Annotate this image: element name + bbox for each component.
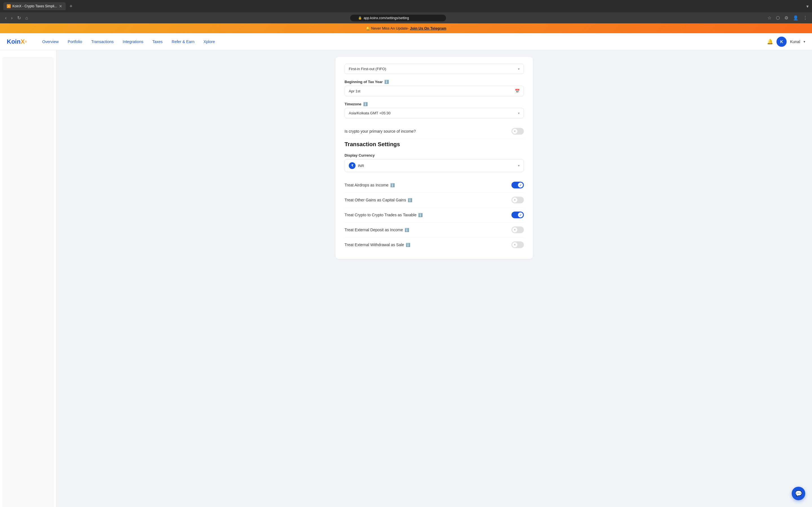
timezone-select[interactable]: Asia/Kolkata GMT +05:30 ▾ — [345, 108, 524, 118]
browser-expand-button[interactable]: ▾ — [806, 4, 809, 9]
banner-text: 🔔 Never Miss An Update- — [366, 26, 409, 31]
user-dropdown-arrow[interactable]: ▾ — [804, 40, 805, 44]
home-button[interactable]: ⌂ — [24, 14, 30, 22]
tax-year-field[interactable]: Apr 1st 📅 — [345, 86, 524, 96]
content-area: First-in First-out (FIFO) ▾ Beginning of… — [56, 50, 812, 507]
other-gains-toggle-thumb — [512, 198, 517, 203]
logo[interactable]: KoinX® — [7, 38, 27, 45]
back-button[interactable]: ‹ — [3, 14, 8, 22]
other-gains-label: Treat Other Gains as Capital Gains ℹ️ — [345, 198, 412, 202]
nav-xplore[interactable]: Xplore — [200, 37, 219, 46]
settings-button-browser[interactable]: ⚙ — [783, 14, 790, 22]
cost-basis-form-group: First-in First-out (FIFO) ▾ — [345, 64, 524, 74]
external-deposit-toggle-row: Treat External Deposit as Income ℹ️ — [345, 223, 524, 237]
external-withdrawal-toggle[interactable] — [511, 241, 524, 248]
new-tab-button[interactable]: + — [68, 3, 74, 9]
bell-icon[interactable]: 🔔 — [767, 39, 773, 45]
sidebar-placeholder — [2, 57, 54, 507]
extensions-button[interactable]: ⬡ — [775, 14, 781, 22]
timezone-info-icon[interactable]: ℹ️ — [363, 102, 368, 106]
tax-year-info-icon[interactable]: ℹ️ — [384, 80, 389, 84]
browser-tab[interactable]: X KoinX - Crypto Taxes Simpli... ✕ — [3, 2, 66, 10]
display-currency-label: Display Currency — [345, 153, 524, 158]
bookmark-button[interactable]: ☆ — [766, 14, 772, 22]
chat-icon: 💬 — [795, 490, 802, 497]
crypto-trades-toggle-row: Treat Crypto to Crypto Trades as Taxable… — [345, 208, 524, 223]
avatar[interactable]: K — [776, 37, 786, 47]
profile-button[interactable]: 👤 — [792, 14, 800, 22]
external-withdrawal-label: Treat External Withdrawal as Sale ℹ️ — [345, 242, 410, 247]
address-bar: ‹ › ↻ ⌂ 🔒 app.koinx.com/settings/setting… — [0, 12, 812, 23]
nav-refer-earn[interactable]: Refer & Earn — [168, 37, 199, 46]
primary-income-label: Is crypto your primary source of income? — [345, 129, 416, 133]
browser-actions: ☆ ⬡ ⚙ 👤 ⋮ — [766, 14, 809, 22]
address-field[interactable]: 🔒 app.koinx.com/settings/setting — [350, 15, 446, 21]
timezone-chevron: ▾ — [518, 111, 520, 115]
tab-favicon: X — [7, 4, 11, 8]
external-deposit-info-icon[interactable]: ℹ️ — [405, 228, 409, 232]
other-gains-toggle[interactable] — [511, 196, 524, 203]
tab-close-button[interactable]: ✕ — [59, 4, 62, 8]
airdrops-toggle-thumb — [518, 182, 523, 187]
crypto-trades-toggle[interactable] — [511, 212, 524, 218]
currency-option: ₹ INR — [349, 162, 364, 169]
nav-integrations[interactable]: Integrations — [119, 37, 147, 46]
toggle-thumb — [512, 129, 517, 134]
external-deposit-label: Treat External Deposit as Income ℹ️ — [345, 228, 409, 232]
address-input-wrapper: 🔒 app.koinx.com/settings/setting — [32, 15, 764, 21]
nav-buttons: ‹ › ↻ ⌂ — [3, 14, 30, 22]
display-currency-form-group: Display Currency ₹ INR ▾ — [345, 153, 524, 172]
other-gains-toggle-row: Treat Other Gains as Capital Gains ℹ️ — [345, 193, 524, 208]
tax-year-form-group: Beginning of Tax Year ℹ️ Apr 1st 📅 — [345, 80, 524, 96]
calendar-icon: 📅 — [515, 89, 520, 93]
external-withdrawal-info-icon[interactable]: ℹ️ — [406, 243, 410, 247]
external-withdrawal-toggle-thumb — [512, 242, 517, 247]
url-text: app.koinx.com/settings/setting — [364, 16, 409, 20]
airdrops-label: Treat Airdrops as Income ℹ️ — [345, 183, 395, 187]
display-currency-select[interactable]: ₹ INR ▾ — [345, 159, 524, 172]
forward-button[interactable]: › — [9, 14, 14, 22]
external-withdrawal-toggle-row: Treat External Withdrawal as Sale ℹ️ — [345, 237, 524, 252]
currency-badge: ₹ — [349, 162, 356, 169]
nav-portfolio[interactable]: Portfolio — [64, 37, 86, 46]
nav-right: 🔔 K Kunal ▾ — [767, 37, 805, 47]
primary-income-row: Is crypto your primary source of income? — [345, 124, 524, 139]
airdrops-info-icon[interactable]: ℹ️ — [390, 183, 395, 187]
nav-links: Overview Portfolio Transactions Integrat… — [38, 37, 767, 46]
other-gains-info-icon[interactable]: ℹ️ — [408, 198, 412, 202]
menu-button[interactable]: ⋮ — [802, 14, 809, 22]
crypto-trades-toggle-thumb — [518, 212, 523, 217]
cost-basis-chevron: ▾ — [518, 67, 520, 71]
currency-chevron: ▾ — [518, 164, 520, 168]
nav-overview[interactable]: Overview — [38, 37, 63, 46]
external-deposit-toggle-thumb — [512, 227, 517, 232]
user-name: Kunal — [790, 40, 800, 44]
crypto-trades-info-icon[interactable]: ℹ️ — [418, 213, 423, 217]
refresh-button[interactable]: ↻ — [15, 14, 22, 22]
tab-title: KoinX - Crypto Taxes Simpli... — [12, 4, 57, 8]
cost-basis-select[interactable]: First-in First-out (FIFO) ▾ — [345, 64, 524, 74]
primary-income-toggle[interactable] — [511, 128, 524, 135]
timezone-label: Timezone ℹ️ — [345, 102, 524, 106]
browser-chrome: X KoinX - Crypto Taxes Simpli... ✕ + ▾ — [0, 0, 812, 12]
airdrops-toggle[interactable] — [511, 182, 524, 188]
settings-panel: First-in First-out (FIFO) ▾ Beginning of… — [336, 57, 533, 259]
cost-basis-value: First-in First-out (FIFO) — [349, 67, 386, 71]
currency-value: INR — [358, 164, 364, 168]
sidebar — [0, 50, 56, 507]
main-layout: First-in First-out (FIFO) ▾ Beginning of… — [0, 50, 812, 507]
timezone-value: Asia/Kolkata GMT +05:30 — [349, 111, 391, 115]
external-deposit-toggle[interactable] — [511, 226, 524, 233]
airdrops-toggle-row: Treat Airdrops as Income ℹ️ — [345, 178, 524, 193]
crypto-trades-label: Treat Crypto to Crypto Trades as Taxable… — [345, 213, 423, 217]
nav-transactions[interactable]: Transactions — [87, 37, 117, 46]
transaction-settings-title: Transaction Settings — [345, 141, 524, 148]
timezone-form-group: Timezone ℹ️ Asia/Kolkata GMT +05:30 ▾ — [345, 102, 524, 118]
app-navbar: KoinX® Overview Portfolio Transactions I… — [0, 33, 812, 50]
chat-button[interactable]: 💬 — [792, 487, 805, 500]
tax-year-label: Beginning of Tax Year ℹ️ — [345, 80, 524, 84]
tax-year-value: Apr 1st — [349, 89, 360, 93]
notification-banner: 🔔 Never Miss An Update- Join Us On Teleg… — [0, 23, 812, 33]
nav-taxes[interactable]: Taxes — [148, 37, 167, 46]
telegram-link[interactable]: Join Us On Telegram — [410, 26, 446, 31]
